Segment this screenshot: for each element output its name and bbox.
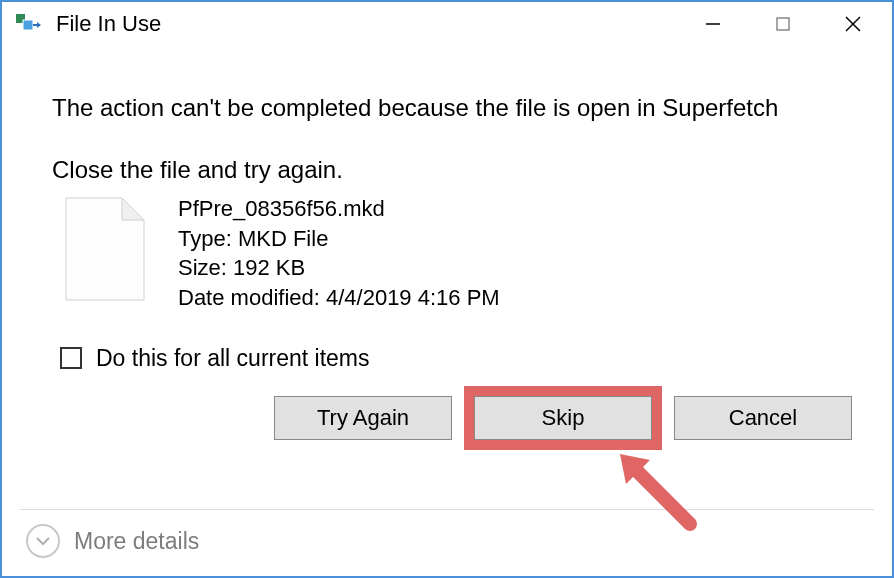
titlebar: File In Use — [2, 2, 892, 46]
do-for-all-row[interactable]: Do this for all current items — [60, 345, 842, 372]
app-icon — [16, 14, 42, 34]
divider — [20, 509, 874, 510]
do-for-all-checkbox[interactable] — [60, 347, 82, 369]
more-details-label: More details — [74, 528, 199, 555]
svg-rect-3 — [777, 18, 789, 30]
file-type: Type: MKD File — [178, 224, 500, 254]
button-row: Try Again Skip Cancel — [52, 396, 852, 440]
window-title: File In Use — [56, 11, 678, 37]
file-size: Size: 192 KB — [178, 253, 500, 283]
annotation-arrow-icon — [612, 446, 702, 536]
maximize-button[interactable] — [748, 4, 818, 44]
file-modified: Date modified: 4/4/2019 4:16 PM — [178, 283, 500, 313]
instruction-text: Close the file and try again. — [52, 156, 842, 184]
minimize-button[interactable] — [678, 4, 748, 44]
more-details-toggle[interactable]: More details — [26, 524, 199, 558]
chevron-down-icon — [26, 524, 60, 558]
svg-rect-1 — [23, 20, 33, 30]
error-headline: The action can't be completed because th… — [52, 94, 842, 122]
file-info-row: PfPre_08356f56.mkd Type: MKD File Size: … — [60, 194, 842, 313]
cancel-button[interactable]: Cancel — [674, 396, 852, 440]
skip-button-highlight: Skip — [464, 386, 662, 450]
try-again-button[interactable]: Try Again — [274, 396, 452, 440]
skip-button[interactable]: Skip — [474, 396, 652, 440]
close-button[interactable] — [818, 4, 888, 44]
file-icon — [60, 194, 150, 304]
dialog-window: File In Use The action can't be complete… — [0, 0, 894, 578]
file-name: PfPre_08356f56.mkd — [178, 194, 500, 224]
do-for-all-label: Do this for all current items — [96, 345, 370, 372]
